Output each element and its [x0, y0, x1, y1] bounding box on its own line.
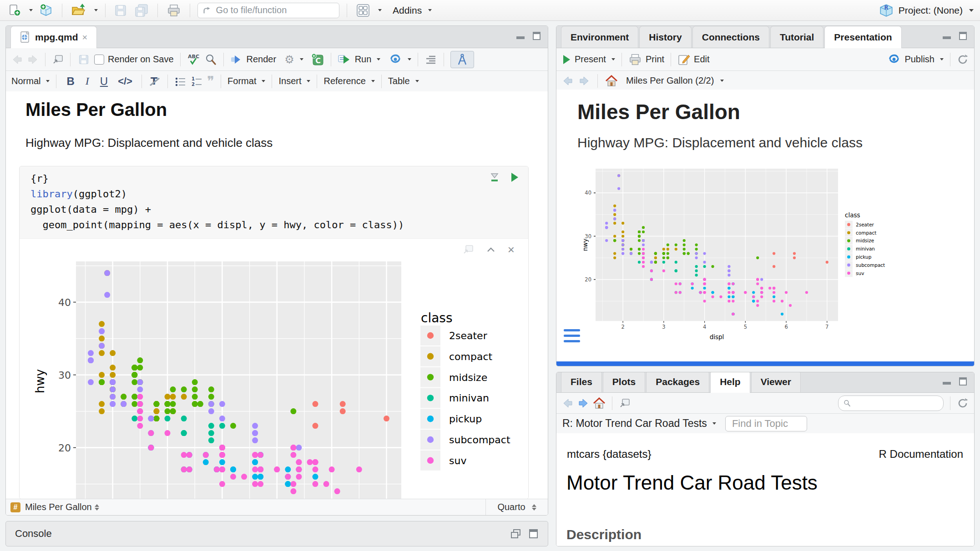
help-tab-files[interactable]: Files — [561, 372, 602, 392]
reference-menu[interactable]: Reference — [323, 76, 365, 86]
console-pane[interactable]: Console — [5, 521, 548, 546]
collapse-output-icon[interactable] — [486, 245, 496, 254]
maximize-pane-icon[interactable] — [532, 31, 541, 40]
maximize-pane-icon[interactable] — [959, 377, 968, 386]
render-icon[interactable] — [230, 54, 243, 65]
pane-layout-dropdown[interactable] — [378, 9, 382, 11]
new-file-button[interactable] — [6, 3, 23, 18]
help-tab-help[interactable]: Help — [710, 372, 750, 393]
insert-menu[interactable]: Insert — [278, 76, 301, 86]
publish-dropdown[interactable] — [940, 58, 944, 60]
format-menu[interactable]: Format — [227, 76, 256, 86]
render-on-save-checkbox[interactable] — [94, 55, 104, 65]
gear-icon[interactable]: ⚙ — [284, 53, 294, 66]
clear-output-icon[interactable]: × — [508, 245, 515, 254]
rerun-icon[interactable] — [389, 53, 402, 66]
help-topic-selector[interactable]: R: Motor Trend Car Road Tests — [562, 417, 707, 430]
table-dropdown[interactable] — [415, 80, 419, 82]
open-file-button[interactable] — [70, 3, 88, 18]
blockquote-icon[interactable]: ❞ — [207, 77, 214, 86]
help-tab-viewer[interactable]: Viewer — [751, 372, 801, 392]
save-all-button[interactable] — [133, 3, 150, 18]
new-project-button[interactable] — [37, 2, 55, 19]
minimize-pane-icon[interactable] — [516, 32, 526, 40]
reference-dropdown[interactable] — [371, 80, 375, 82]
open-file-dropdown[interactable] — [94, 9, 98, 11]
insert-dropdown[interactable] — [307, 80, 310, 82]
bold-button[interactable]: B — [63, 75, 78, 88]
run-dropdown[interactable] — [377, 58, 380, 60]
slide-menu-icon[interactable] — [564, 329, 580, 342]
help-home-icon[interactable] — [593, 397, 606, 409]
restore-pane-icon[interactable] — [510, 529, 521, 539]
help-search-box[interactable] — [838, 396, 944, 411]
tab-close-icon[interactable]: × — [82, 32, 88, 43]
maximize-pane-icon[interactable] — [959, 31, 968, 40]
refresh-icon[interactable] — [957, 54, 969, 65]
back-icon[interactable] — [11, 54, 23, 65]
present-button[interactable]: Present — [575, 54, 606, 65]
rerun-dropdown[interactable] — [408, 58, 411, 60]
maximize-pane-icon[interactable] — [529, 529, 539, 539]
editor-tab-mpg-qmd[interactable]: mpg.qmd × — [10, 26, 97, 48]
save-document-button[interactable] — [77, 53, 91, 66]
save-button[interactable] — [113, 3, 128, 18]
run-button[interactable]: Run — [355, 54, 372, 65]
edit-icon[interactable] — [677, 53, 690, 66]
help-back-icon[interactable] — [562, 398, 574, 409]
minimize-pane-icon[interactable] — [942, 377, 952, 386]
paragraph-style-dropdown[interactable] — [46, 80, 50, 82]
clear-formatting-icon[interactable]: T — [148, 75, 161, 87]
mode-selector[interactable]: Quarto — [485, 499, 548, 515]
project-menu[interactable]: R Project: (None) — [879, 3, 974, 18]
render-button[interactable]: Render — [247, 54, 277, 65]
goto-file-input[interactable] — [215, 5, 334, 16]
outline-toggle-icon[interactable] — [424, 54, 437, 65]
bullet-list-icon[interactable] — [174, 76, 187, 87]
publish-icon[interactable] — [887, 53, 901, 66]
find-in-topic-box[interactable] — [725, 416, 807, 431]
section-selector[interactable]: Miles Per Gallon — [25, 502, 92, 512]
help-tab-plots[interactable]: Plots — [603, 372, 645, 392]
presentation-tab-tutorial[interactable]: Tutorial — [770, 26, 823, 48]
numbered-list-icon[interactable]: 1 2 — [191, 76, 203, 87]
slide-navigator-dropdown[interactable] — [720, 80, 724, 82]
publish-button[interactable]: Publish — [904, 54, 935, 65]
help-popout-icon[interactable] — [619, 398, 631, 409]
nav-back-icon[interactable] — [562, 75, 574, 86]
code-format-button[interactable]: </> — [115, 75, 135, 87]
present-dropdown[interactable] — [611, 58, 615, 60]
goto-file-search[interactable] — [197, 3, 339, 18]
help-tab-packages[interactable]: Packages — [646, 372, 709, 392]
home-icon[interactable] — [605, 75, 618, 87]
insert-chunk-icon[interactable]: C — [311, 53, 324, 66]
addins-menu[interactable]: Addins — [393, 5, 422, 16]
italic-button[interactable]: I — [82, 75, 93, 87]
help-forward-icon[interactable] — [577, 398, 589, 409]
run-chunk-icon[interactable] — [510, 172, 519, 183]
code-chunk[interactable]: {r} library(ggplot2)ggplot(data = mpg) +… — [20, 166, 528, 238]
help-topic-dropdown[interactable] — [712, 422, 716, 425]
print-icon[interactable] — [628, 53, 642, 66]
popout-icon[interactable] — [52, 54, 64, 65]
pane-layout-button[interactable] — [354, 2, 372, 19]
table-menu[interactable]: Table — [388, 76, 410, 86]
print-button[interactable] — [165, 3, 182, 18]
addins-dropdown[interactable] — [428, 9, 432, 11]
visual-editor-toggle[interactable] — [450, 51, 474, 68]
presentation-tab-presentation[interactable]: Presentation — [824, 26, 901, 48]
presentation-tab-connections[interactable]: Connections — [692, 26, 769, 48]
format-dropdown[interactable] — [262, 80, 265, 82]
search-icon[interactable] — [204, 53, 217, 66]
slide-navigator[interactable]: Miles Per Gallon (2/2) — [626, 75, 714, 86]
run-chunks-above-icon[interactable] — [489, 172, 500, 183]
minimize-pane-icon[interactable] — [942, 32, 952, 40]
print-button[interactable]: Print — [646, 54, 664, 65]
render-settings-dropdown[interactable] — [300, 58, 303, 60]
underline-button[interactable]: U — [96, 75, 111, 88]
help-search-input[interactable] — [854, 397, 939, 409]
present-icon[interactable] — [562, 54, 571, 65]
output-popout-icon[interactable] — [462, 244, 474, 255]
document-canvas[interactable]: Miles Per Gallon Highway MPG: Displaceme… — [6, 91, 548, 500]
run-icon[interactable] — [338, 54, 351, 65]
